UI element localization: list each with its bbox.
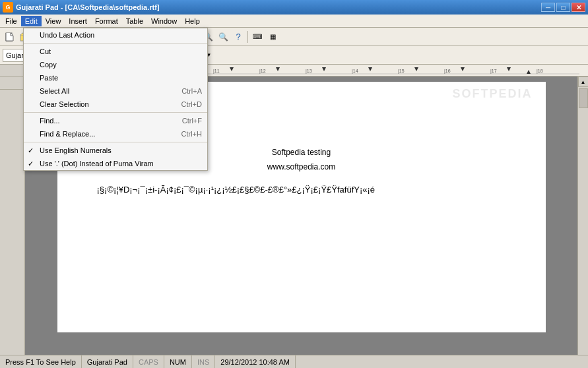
status-bar: Press F1 To See Help Gujarati Pad CAPS N… [0, 355, 588, 368]
svg-marker-15 [322, 67, 326, 71]
svg-marker-13 [230, 67, 234, 71]
status-app: Gujarati Pad [82, 355, 133, 368]
edit-dropdown-menu: Undo Last Action Cut Copy Paste Select A… [23, 28, 208, 171]
ruler-left-margin [0, 65, 25, 76]
new-button[interactable] [3, 30, 17, 44]
window-title: Gujarati Pad - [CA\Softpedia\softpedia.r… [16, 3, 541, 11]
maximize-button[interactable]: □ [556, 3, 570, 12]
svg-text:|15: |15 [398, 69, 405, 74]
status-datetime: 29/12/2012 10:48 AM [215, 355, 296, 368]
menu-item-undo[interactable]: Undo Last Action [24, 28, 207, 42]
status-num: NUM [164, 355, 192, 368]
menu-item-english-numerals[interactable]: ✓ Use English Numerals [24, 144, 207, 157]
svg-text:|11: |11 [213, 69, 220, 74]
minimize-button[interactable]: ─ [541, 3, 555, 12]
svg-marker-16 [368, 67, 372, 71]
menu-item-copy[interactable]: Copy [24, 58, 207, 71]
svg-text:|17: |17 [490, 69, 497, 74]
window-controls: ─ □ ✕ [541, 3, 585, 12]
left-margin [0, 77, 25, 355]
menu-item-find[interactable]: Find... Ctrl+F [24, 114, 207, 127]
title-bar: G Gujarati Pad - [CA\Softpedia\softpedia… [0, 0, 588, 15]
separator-3 [24, 142, 207, 142]
scroll-up-button[interactable]: ▲ [578, 77, 589, 87]
menu-bar: File Edit View Insert Format Table Windo… [0, 15, 588, 28]
svg-marker-18 [461, 67, 465, 71]
menu-item-paste[interactable]: Paste [24, 71, 207, 84]
sep5 [247, 31, 248, 43]
menu-format[interactable]: Format [91, 16, 122, 26]
status-ins: INS [192, 355, 215, 368]
svg-text:|13: |13 [306, 69, 312, 74]
status-help: Press F1 To See Help [0, 355, 82, 368]
separator-1 [24, 43, 207, 44]
softpedia-watermark: SOFTPEDIA [452, 87, 532, 101]
keyboard-button[interactable]: ⌨ [250, 30, 265, 44]
menu-window[interactable]: Window [147, 16, 181, 26]
menu-table[interactable]: Table [122, 16, 147, 26]
menu-item-find-replace[interactable]: Find & Replace... Ctrl+H [24, 127, 207, 140]
doc-gujarati: ¡§¡©¡¦¥D¡¬¡¯¡±i-¡Ã¡¢¡£¡¯©¡µ¡·¡¹¡¿¡½£¡£§£… [97, 185, 506, 195]
replace-toolbar-button[interactable]: 🔍 [216, 30, 230, 44]
svg-marker-17 [414, 67, 418, 71]
help-toolbar-button[interactable]: ? [231, 30, 245, 44]
separator-2 [24, 112, 207, 113]
menu-edit[interactable]: Edit [21, 16, 42, 26]
app-icon: G [3, 2, 13, 13]
menu-insert[interactable]: Insert [65, 16, 91, 26]
svg-text:|12: |12 [259, 69, 266, 74]
menu-view[interactable]: View [42, 16, 65, 26]
vertical-scrollbar[interactable]: ▲ [577, 77, 588, 355]
svg-marker-19 [507, 67, 511, 71]
menu-help[interactable]: Help [181, 16, 204, 26]
svg-marker-14 [276, 67, 280, 71]
menu-item-purna-viram[interactable]: ✓ Use '.' (Dot) Instead of Purna Viram [24, 157, 207, 170]
svg-text:|18: |18 [537, 69, 543, 74]
menu-item-clear-selection[interactable]: Clear Selection Ctrl+D [24, 98, 207, 111]
svg-marker-20 [527, 70, 531, 74]
menu-item-cut[interactable]: Cut [24, 45, 207, 58]
menu-item-select-all[interactable]: Select All Ctrl+A [24, 84, 207, 98]
scroll-thumb[interactable] [579, 88, 588, 108]
svg-text:|14: |14 [352, 69, 358, 74]
svg-text:|16: |16 [444, 69, 451, 74]
menu-file[interactable]: File [1, 16, 21, 26]
status-caps: CAPS [133, 355, 164, 368]
table-toolbar-button[interactable]: ▦ [265, 30, 280, 44]
close-button[interactable]: ✕ [572, 3, 585, 12]
